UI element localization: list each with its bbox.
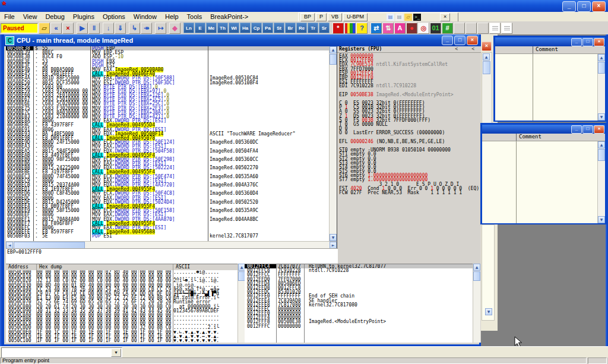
hex-dump-pane[interactable]: 0050C00000 00 00 00 00 00 00 00 02 8D 40… <box>6 270 238 343</box>
maximize-button[interactable]: □ <box>577 1 591 12</box>
notes-icon[interactable]: ▤ <box>387 14 394 21</box>
comment-window-1-body[interactable]: ▲ ▼ <box>495 54 605 121</box>
letter-button-cp[interactable]: Cp <box>251 23 262 33</box>
menu-item-file[interactable]: File <box>0 12 19 21</box>
registers-pane[interactable]: Registers (FPU) < < EAX 00000000ECX 0012… <box>337 46 481 264</box>
letter-button-th[interactable]: Th <box>217 23 228 33</box>
report-doc-icon[interactable]: ▤ <box>395 14 403 21</box>
binary-icon[interactable]: 01 <box>430 23 441 34</box>
breakpoint-icon[interactable]: ● <box>406 23 417 34</box>
menu-item-tools[interactable]: Tools <box>183 12 207 21</box>
register-row[interactable]: EIP 0050BE38 ImageRed.<ModuleEntryPoint> <box>337 93 481 97</box>
letter-button-tr[interactable]: Tr <box>308 23 318 33</box>
register-row[interactable]: FCW 027F Prec NEAR,53 Mask 1 1 1 1 1 1 <box>337 191 481 195</box>
step-into-icon[interactable]: ↓ <box>103 23 114 34</box>
disasm-row[interactable]: 0050BEE9.8B0D 58F15000MOV ECX,DWORD PTR … <box>6 208 329 213</box>
plugin-button-p[interactable]: P <box>316 13 327 21</box>
letter-button-me[interactable]: Me <box>206 23 217 33</box>
maximize-button[interactable]: □ <box>582 38 593 46</box>
register-row[interactable]: T 0 GS 0000 NULL <box>337 122 481 126</box>
cpu-maximize-button[interactable]: □ <box>454 36 466 45</box>
disasm-row[interactable]: 0050BED6.8B0D C8F45000MOV ECX,DWORD PTR … <box>6 191 329 195</box>
menu-item-window[interactable]: Window <box>129 12 161 21</box>
open-folder-icon[interactable]: ▱ <box>404 14 412 21</box>
minimize-button[interactable]: _ <box>571 125 582 134</box>
swap-icon[interactable]: ⇄ <box>370 23 382 34</box>
cpu-close-button[interactable]: × <box>467 36 478 45</box>
letter-button-sr[interactable]: Sr <box>319 23 330 33</box>
disasm-row[interactable]: 0050BEC3.8B0D 74F45000MOV ECX,DWORD PTR … <box>6 175 329 179</box>
pause-icon[interactable]: ‖ <box>88 23 100 34</box>
letter-button-pa[interactable]: Pa <box>262 23 273 33</box>
log-list-icon[interactable] <box>489 23 501 34</box>
cpu-minimize-button[interactable]: _ <box>442 36 453 45</box>
register-row[interactable]: O 0 LastErr ERROR_SUCCESS (00000000) <box>337 131 481 135</box>
disasm-row[interactable]: 0050BEB0.8B0D 98F25000MOV ECX,DWORD PTR … <box>6 157 329 162</box>
open-file-icon[interactable]: ▱ <box>39 23 50 34</box>
menu-item-options[interactable]: Options <box>99 12 129 21</box>
spiral-icon[interactable]: ◎ <box>418 23 429 34</box>
cpu-titlebar[interactable]: C CPU - main thread, module ImageRed _ □… <box>4 34 479 46</box>
disassembly-pane[interactable]: 0050BE38$55PUSH EBP0050BE39.8BECMOV EBP,… <box>6 46 329 241</box>
menu-item-debug[interactable]: Debug <box>41 12 68 21</box>
step-over-icon[interactable]: ⇓ <box>115 23 126 34</box>
comment-column-header[interactable]: Comment <box>533 46 558 53</box>
close-button[interactable]: × <box>594 38 604 46</box>
plugin-button-vb[interactable]: VB <box>328 13 342 21</box>
patch-list-icon[interactable] <box>501 23 512 34</box>
scroll-up-icon[interactable]: ▲ <box>473 264 480 271</box>
comment-window-1-titlebar[interactable]: _ □ × <box>495 37 605 46</box>
scrollbar[interactable]: ▲ ▼ <box>597 141 605 223</box>
disasm-row[interactable]: 0050BF03.5EPOP ESIkernel32.7C817077 <box>6 234 329 238</box>
help-icon[interactable]: ? <box>356 23 368 34</box>
disasm-row[interactable]: 0050BE8C.E8 4397F8FFCALL ImageRed.004955… <box>6 123 329 127</box>
scroll-up-icon[interactable]: ▲ <box>330 46 337 53</box>
appearance-icon[interactable] <box>344 23 356 34</box>
letter-button-ha[interactable]: Ha <box>240 23 251 33</box>
toolbar-extra-button[interactable] <box>466 23 477 34</box>
maximize-button[interactable]: □ <box>582 125 593 134</box>
scroll-down-icon[interactable]: ▼ <box>598 216 605 223</box>
letter-button-e[interactable]: E <box>195 23 205 33</box>
plugin-button-bp[interactable]: BP <box>300 13 315 21</box>
scroll-up-icon[interactable]: ▲ <box>598 54 605 61</box>
disasm-row[interactable]: 0050BE9D.8B0D 24F15000MOV ECX,DWORD PTR … <box>6 140 329 144</box>
scrollbar[interactable]: ▲ ▼ <box>597 54 605 121</box>
scroll-down-icon[interactable]: ▼ <box>485 308 492 315</box>
minimize-button[interactable]: _ <box>571 38 582 46</box>
assembler-icon[interactable]: A <box>394 23 406 34</box>
register-row[interactable]: EFL 00000246 (NO,NB,E,BE,NS,PE,GE,LE) <box>337 140 481 144</box>
toolbar-extra-button[interactable] <box>454 23 465 34</box>
goto-icon[interactable]: ◆ <box>169 23 180 34</box>
disasm-scrollbar[interactable]: ▲ ▼ <box>329 46 337 241</box>
stack-scrollbar[interactable]: ▲ <box>473 264 480 343</box>
letter-button-re[interactable]: Re <box>296 23 307 33</box>
run-icon[interactable]: ▶ <box>77 23 88 34</box>
toolbar-extra-button[interactable] <box>477 23 489 34</box>
close-button[interactable]: × <box>592 1 606 12</box>
run-to-return-icon[interactable]: ↦ <box>155 23 166 34</box>
comment-window-2-titlebar[interactable]: _ □ × <box>482 125 605 134</box>
disasm-row[interactable]: 0050BE3B.83C4 F0ADD ESP,-10 <box>6 55 329 59</box>
updown-icon[interactable]: ⇅ <box>382 23 394 34</box>
menu-item-help[interactable]: Help <box>161 12 183 21</box>
disasm-row[interactable]: 0050BEF7.E8 F896F8FFCALL ImageRed.004955… <box>6 221 329 226</box>
plugin-button-ubpm[interactable]: U-BPM <box>343 13 368 21</box>
comment-column-header[interactable]: Comment <box>517 134 542 141</box>
trace-over-icon[interactable]: ↠ <box>141 23 152 34</box>
restart-icon[interactable]: « <box>50 23 62 34</box>
menu-item-plugins[interactable]: Plugins <box>69 12 99 21</box>
minimize-button[interactable]: _ <box>562 1 576 12</box>
registers-next-button[interactable]: < <box>471 46 474 52</box>
scroll-down-icon[interactable]: ▼ <box>598 113 605 121</box>
command-combobox[interactable]: ▼ <box>1 347 122 358</box>
stack-row[interactable]: 0012FFFC00000000 <box>245 324 473 328</box>
trace-into-icon[interactable]: ↳ <box>129 23 140 34</box>
chevron-down-icon[interactable]: ▼ <box>111 349 121 357</box>
close-icon[interactable]: × <box>482 42 492 51</box>
registers-prev-button[interactable]: < <box>455 46 458 52</box>
scroll-down-icon[interactable]: ▼ <box>330 234 337 241</box>
window-icon[interactable]: # <box>442 23 453 34</box>
letter-button-wi[interactable]: Wi <box>229 23 239 33</box>
stack-pane[interactable]: 0012FFC47C817077RETURN to kernel32.7C817… <box>245 264 473 343</box>
